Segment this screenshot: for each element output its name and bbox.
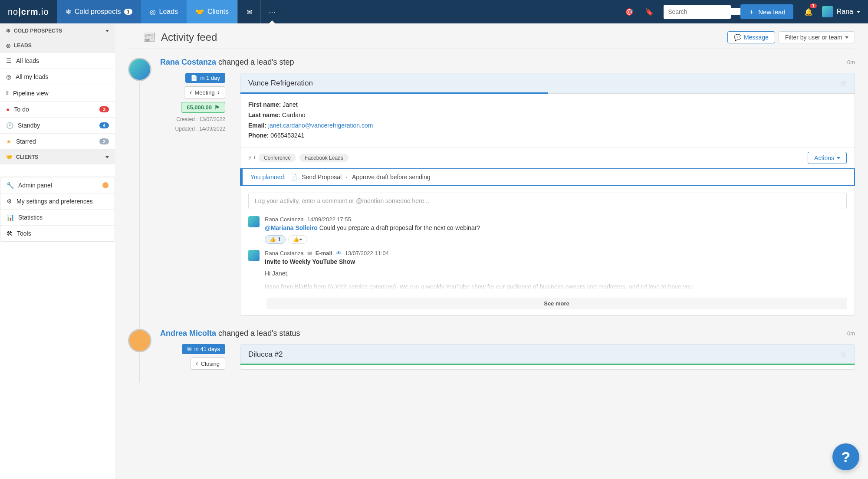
avatar[interactable] <box>248 216 260 227</box>
envelope-icon: ✉ <box>247 8 252 16</box>
help-button[interactable]: ? <box>832 443 859 470</box>
nav-more[interactable]: ⋯ <box>260 0 283 23</box>
sidebar-item-settings[interactable]: ⚙My settings and preferences <box>0 193 115 209</box>
file-icon: 📄 <box>191 75 197 81</box>
lead-card: Vance Refrigeration ☆ First name: Janet … <box>240 73 855 316</box>
comment-item: Rana Costanza ✉ E-mail 👁 13/07/2022 11:0… <box>240 250 855 296</box>
lead-name[interactable]: Vance Refrigeration <box>248 79 313 88</box>
lead-card-header: Dilucca #2 ☆ <box>240 344 855 365</box>
chevron-down-icon <box>845 36 848 39</box>
chevron-down-icon <box>105 156 109 158</box>
eye-icon: 👁 <box>336 250 342 256</box>
goals-button[interactable]: 🎯 <box>619 0 639 23</box>
filter-dropdown[interactable]: Filter by user or team <box>779 31 855 43</box>
progress-bar <box>240 92 548 94</box>
flag-icon: ⚑ <box>214 104 220 111</box>
planned-tasks[interactable]: You planned: 📄 Send Proposal · Approve d… <box>240 168 855 186</box>
top-navbar: no|crm.io ❄ Cold prospects 1 ◎ Leads 🤝 C… <box>0 0 868 23</box>
sidebar-item-standby[interactable]: 🕐Standby 4 <box>0 118 115 134</box>
sidebar-item-all-leads[interactable]: ☰All leads <box>0 53 115 69</box>
envelope-icon: ✉ <box>187 346 192 352</box>
due-pill[interactable]: 📄in 1 day <box>185 73 225 83</box>
chevron-left-icon <box>190 89 192 96</box>
chat-icon: 💬 <box>734 34 741 41</box>
sidebar-item-pipeline[interactable]: ⫴Pipeline view <box>0 85 115 102</box>
more-icon: ⋯ <box>269 8 276 16</box>
avatar[interactable] <box>128 58 151 81</box>
sidebar-item-admin[interactable]: 🔧Admin panel <box>0 177 115 193</box>
sidebar-group-leads[interactable]: ◎LEADS <box>0 38 115 53</box>
standby-badge: 4 <box>99 122 109 128</box>
wrench-icon: 🔧 <box>7 182 14 189</box>
feed-timestamp: 0m <box>847 330 855 337</box>
progress-bar <box>240 364 855 365</box>
step-pill[interactable]: Meeting <box>184 86 225 98</box>
handshake-icon: 🤝 <box>195 8 204 16</box>
avatar[interactable] <box>248 250 260 261</box>
comment-input[interactable]: Log your activity, enter a comment or @m… <box>248 193 847 209</box>
nav-cold-prospects[interactable]: ❄ Cold prospects 1 <box>57 0 141 23</box>
sidebar-item-statistics[interactable]: 📊Statistics <box>0 209 115 225</box>
pipeline-icon: ⫴ <box>6 89 9 97</box>
tag[interactable]: Conference <box>259 154 296 162</box>
page-title: 📰 Activity feed <box>143 31 217 43</box>
logo[interactable]: no|crm.io <box>0 0 57 23</box>
message-button[interactable]: 💬Message <box>727 31 775 43</box>
sidebar-item-all-my-leads[interactable]: ◎All my leads <box>0 69 115 85</box>
content-area: 📰 Activity feed 💬Message Filter by user … <box>115 23 868 479</box>
sidebar-item-todo[interactable]: ●To do 3 <box>0 102 115 118</box>
lead-details: First name: Janet Last name: Cardano Ema… <box>240 94 855 147</box>
sidebar-item-starred[interactable]: ★Starred 2 <box>0 134 115 150</box>
new-lead-button[interactable]: ＋ New lead <box>740 4 793 19</box>
star-icon[interactable]: ☆ <box>840 350 847 359</box>
nav-leads[interactable]: ◎ Leads <box>141 0 187 23</box>
nav-clients[interactable]: 🤝 Clients <box>187 0 237 23</box>
see-more-button[interactable]: See more <box>266 298 847 309</box>
updated-date: Updated : 14/09/2022 <box>175 126 225 132</box>
chevron-down-icon <box>105 30 109 32</box>
user-link[interactable]: Rana Costanza <box>160 58 216 66</box>
feed-item: Andrea Micolta changed a lead's status 0… <box>128 329 855 370</box>
avatar[interactable] <box>128 329 151 352</box>
sidebar-item-tools[interactable]: 🛠Tools <box>0 225 115 241</box>
actions-dropdown[interactable]: Actions <box>808 152 847 164</box>
sidebar-group-cold-prospects[interactable]: ❄COLD PROSPECTS <box>0 23 115 38</box>
envelope-icon: ✉ <box>307 250 312 256</box>
feed-item: Rana Costanza changed a lead's step 0m 📄… <box>128 58 855 316</box>
bookmark-icon: 🔖 <box>645 8 654 16</box>
mention-link[interactable]: @Mariana Solleiro <box>265 224 318 231</box>
file-icon: 📄 <box>290 174 297 180</box>
search-input[interactable] <box>668 8 744 15</box>
warning-icon <box>102 182 108 188</box>
lead-card-header: Vance Refrigeration ☆ <box>240 73 855 94</box>
add-reaction-button[interactable]: 👍+ <box>288 235 307 244</box>
lead-name[interactable]: Dilucca #2 <box>248 350 283 359</box>
target-icon: 🎯 <box>625 8 634 16</box>
todo-badge: 3 <box>99 106 109 112</box>
user-menu[interactable]: Rana <box>819 6 860 17</box>
due-pill[interactable]: ✉in 41 days <box>182 344 225 354</box>
feed-title: Andrea Micolta changed a lead's status <box>160 329 300 338</box>
step-pill[interactable]: Closing <box>190 358 225 370</box>
email-link[interactable]: janet.cardano@vancerefrigeration.com <box>268 122 373 129</box>
amount-pill[interactable]: €5,000.00⚑ <box>181 102 225 113</box>
chevron-down-icon <box>857 11 860 13</box>
gear-icon: ⚙ <box>7 198 12 205</box>
avatar <box>822 6 833 17</box>
nav-inbox[interactable]: ✉ <box>237 0 260 23</box>
chevron-left-icon <box>196 360 198 367</box>
target-icon: ◎ <box>150 8 156 16</box>
user-link[interactable]: Andrea Micolta <box>160 329 216 338</box>
star-icon[interactable]: ☆ <box>840 79 847 88</box>
tags-row: 🏷 Conference Facebook Leads Actions <box>240 147 855 168</box>
bookmark-button[interactable]: 🔖 <box>639 0 659 23</box>
feed-icon: 📰 <box>143 31 156 43</box>
target-icon: ◎ <box>6 73 11 80</box>
reaction-button[interactable]: 👍 1 <box>265 235 286 244</box>
starred-badge: 2 <box>99 138 109 144</box>
sidebar-group-clients[interactable]: 🤝CLIENTS <box>0 150 115 164</box>
tag[interactable]: Facebook Leads <box>299 154 349 162</box>
notifications-button[interactable]: 🔔 1 <box>799 0 819 23</box>
lead-meta: ✉in 41 days Closing <box>160 344 225 370</box>
plus-icon: ＋ <box>748 8 755 16</box>
